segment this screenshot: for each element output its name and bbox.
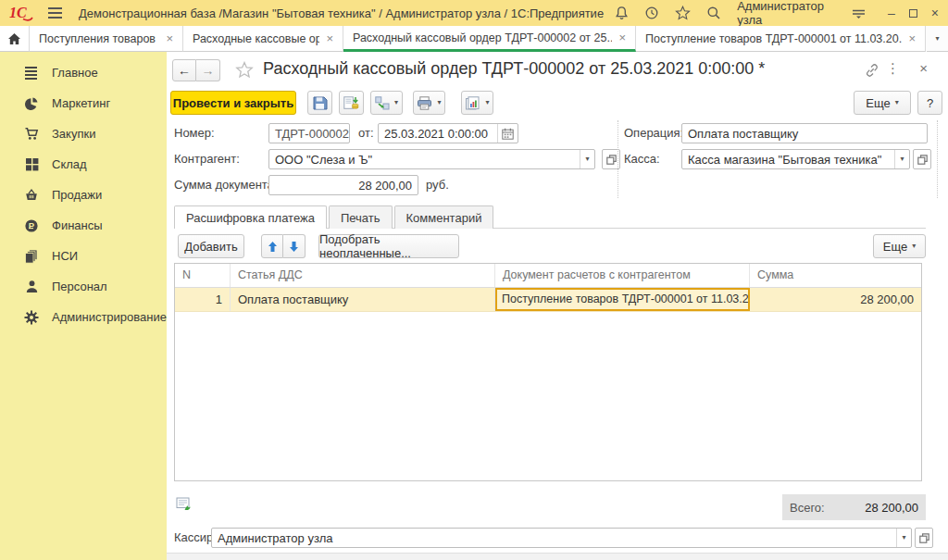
chevron-down-icon: ▾ (485, 99, 489, 106)
add-row-button[interactable]: Добавить (178, 234, 244, 258)
date-input[interactable]: 25.03.2021 0:00:00 (378, 123, 518, 143)
cashier-open-button[interactable] (915, 528, 933, 548)
detail-tab-label: Печать (341, 211, 380, 225)
sidebar-item-administrirovanie[interactable]: Администрирование (0, 302, 167, 332)
tab-goods-receipts-list[interactable]: Поступления товаров × (30, 26, 183, 52)
tab-cash-order-document[interactable]: Расходный кассовый ордер ТДРТ-000002 от … (343, 26, 636, 52)
sidebar-item-marketing[interactable]: Маркетинг (0, 88, 167, 118)
cashier-input[interactable]: Администратор узла ▾ (211, 528, 912, 548)
sidebar-item-label: Закупки (52, 127, 95, 141)
chevron-down-icon: ▾ (900, 156, 904, 163)
save-button[interactable] (307, 91, 332, 115)
counterparty-value: ООО "Слеза и Ъ" (275, 153, 372, 167)
combo-dropdown-icon[interactable]: ▾ (894, 150, 909, 168)
tab-close-icon[interactable]: × (319, 31, 333, 45)
marketing-pie-icon (23, 96, 40, 111)
notifications-bell-icon[interactable] (615, 6, 629, 20)
service-menu-icon[interactable] (851, 6, 867, 19)
payment-details-table: N Статья ДДС Документ расчетов с контраг… (174, 263, 922, 481)
total-value: 28 200,00 (865, 501, 918, 515)
post-and-close-button[interactable]: Провести и закрыть (170, 91, 296, 115)
counterparty-label: Контрагент: (174, 149, 240, 169)
get-link-icon[interactable] (865, 63, 879, 78)
number-input[interactable]: ТДРТ-000002 (268, 123, 350, 143)
column-header-settlement-doc[interactable]: Документ расчетов с контрагентом (495, 264, 750, 287)
pick-unpaid-button[interactable]: Подобрать неоплаченные... (318, 234, 459, 258)
table-more-button[interactable]: Еще ▾ (873, 234, 926, 258)
tab-list-dropdown[interactable]: ▾ (927, 26, 948, 52)
arrow-up-icon (268, 241, 278, 253)
move-row-down-button[interactable] (283, 234, 306, 258)
sidebar-item-zakupki[interactable]: Закупки (0, 118, 167, 149)
sidebar-item-glavnoe[interactable]: Главное (0, 57, 167, 88)
close-window-button[interactable]: × (931, 6, 939, 19)
print-icon (417, 96, 432, 110)
cell-amount[interactable]: 28 200,00 (750, 288, 921, 311)
table-row[interactable]: 1 Оплата поставщику Поступление товаров … (175, 288, 921, 312)
combo-dropdown-icon[interactable]: ▾ (580, 150, 594, 168)
sidebar-item-nsi[interactable]: НСИ (0, 241, 167, 271)
sidebar-item-label: Продажи (52, 188, 102, 202)
cell-n[interactable]: 1 (175, 288, 231, 311)
print-button[interactable]: ▾ (413, 91, 445, 115)
history-icon[interactable] (644, 6, 659, 20)
tab-home[interactable] (0, 26, 30, 52)
sidebar-item-label: Администрирование (52, 310, 167, 324)
minimize-button[interactable]: – (888, 6, 895, 19)
cashbox-input[interactable]: Касса магазина "Бытовая техника" ▾ (681, 149, 910, 169)
current-user[interactable]: Администратор узла (737, 0, 835, 27)
help-button[interactable]: ? (917, 91, 942, 115)
maximize-button[interactable] (909, 9, 917, 18)
column-header-amount[interactable]: Сумма (750, 264, 921, 287)
cell-settlement-doc-selected[interactable]: Поступление товаров ТДРТ-000001 от 11.03… (495, 288, 750, 311)
home-icon (7, 32, 21, 45)
counterparty-input[interactable]: ООО "Слеза и Ъ" ▾ (268, 149, 595, 169)
move-row-up-button[interactable] (261, 234, 283, 258)
sidebar-item-finansy[interactable]: P Финансы (0, 210, 167, 241)
close-form-icon[interactable]: × (919, 60, 928, 76)
operation-value: Оплата поставщику (688, 127, 798, 141)
tab-close-icon[interactable]: × (902, 31, 916, 45)
tab-label: Поступление товаров ТДРТ-000001 от 11.03… (645, 32, 902, 45)
tab-close-icon[interactable]: × (159, 31, 173, 45)
column-header-n[interactable]: N (175, 264, 231, 287)
back-button[interactable]: ← (172, 59, 196, 81)
create-based-on-button[interactable]: ▾ (370, 91, 403, 115)
favorites-star-icon[interactable] (675, 6, 691, 20)
tab-cash-orders-list[interactable]: Расходные кассовые ордера × (183, 26, 343, 52)
post-document-icon (343, 96, 359, 110)
arrow-down-icon (289, 241, 299, 253)
favorite-toggle-star-icon[interactable] (235, 61, 254, 79)
sidebar-item-personal[interactable]: Персонал (0, 271, 167, 302)
post-document-button[interactable] (339, 91, 364, 115)
reports-button[interactable]: ▾ (461, 91, 493, 115)
tab-close-icon[interactable]: × (612, 31, 626, 44)
form-menu-dots-icon[interactable]: ⋮ (886, 60, 900, 77)
sidebar-item-prodazhi[interactable]: Продажи (0, 180, 167, 210)
forward-button[interactable]: → (196, 59, 220, 81)
cell-cashflow-item[interactable]: Оплата поставщику (231, 288, 495, 311)
posting-result-icon[interactable] (176, 497, 193, 512)
form-more-button[interactable]: Еще ▾ (854, 91, 911, 115)
calendar-icon[interactable] (497, 124, 518, 143)
operation-input[interactable]: Оплата поставщику (681, 123, 928, 143)
window-title: Демонстрационная база /Магазин "Бытовая … (79, 6, 604, 20)
main-menu-hamburger-icon[interactable] (48, 7, 62, 19)
cashbox-open-button[interactable] (913, 149, 931, 169)
tab-print[interactable]: Печать (329, 205, 393, 229)
amount-input[interactable]: 28 200,00 (268, 175, 418, 195)
combo-dropdown-icon[interactable]: ▾ (896, 529, 911, 547)
sidebar-item-sklad[interactable]: Склад (0, 149, 167, 180)
titlebar: 1С Демонстрационная база /Магазин "Бытов… (0, 0, 948, 26)
column-header-cashflow-item[interactable]: Статья ДДС (231, 264, 495, 287)
back-arrow-icon: ← (178, 63, 191, 78)
tab-goods-receipt-document[interactable]: Поступление товаров ТДРТ-000001 от 11.03… (636, 26, 926, 52)
search-icon[interactable] (706, 6, 721, 20)
svg-text:P: P (29, 220, 35, 230)
total-label: Всего: (790, 501, 825, 515)
tab-label: Поступления товаров (39, 32, 156, 45)
chevron-down-icon: ▾ (585, 156, 589, 163)
tab-comment[interactable]: Комментарий (394, 205, 494, 229)
tab-payment-details[interactable]: Расшифровка платежа (174, 205, 327, 229)
operation-label: Операция: (624, 123, 683, 143)
